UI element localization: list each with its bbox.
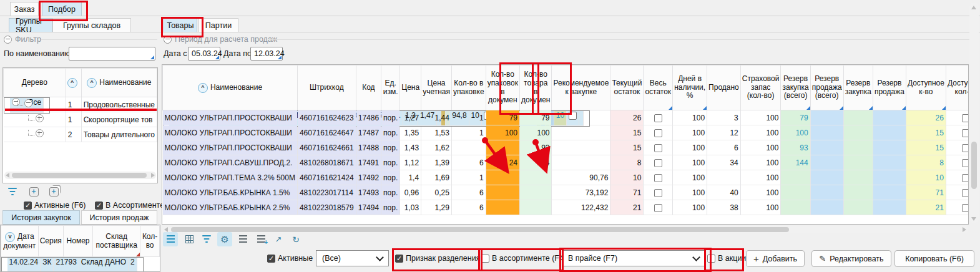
column-header[interactable]: Штрихкод [297,66,356,110]
table-row[interactable]: МОЛОКО УЛЬТРАП.ПРОСТОКВАШИ46071616246471… [163,125,969,140]
table-cell[interactable]: 100 [740,110,781,125]
table-cell[interactable]: 15 [906,140,946,155]
table-cell[interactable]: 1 [66,112,81,127]
row-checkbox[interactable] [962,159,969,167]
table-cell[interactable]: 100 [740,155,781,170]
column-header[interactable]: Рекомендуемое к закупке [552,66,610,110]
table-cell[interactable]: 4810223017114 [297,185,356,200]
export-button[interactable]: ↗ [271,232,286,246]
table-cell[interactable] [644,125,673,140]
table-cell[interactable] [552,140,610,155]
table-cell[interactable]: 21 [906,200,946,215]
row-checkbox[interactable] [962,204,969,212]
table-row[interactable]: МОЛОКО УЛЬТРАП.ПРОСТОКВАШИ46071616246231… [163,110,969,125]
expand-icon[interactable] [36,114,44,122]
table-cell[interactable]: 12 [707,125,741,140]
row-checkbox[interactable] [962,174,969,182]
table-cell[interactable]: 2 [129,258,137,272]
table-cell[interactable]: 3 [707,110,741,125]
column-header[interactable]: ^ [66,69,81,97]
column-header[interactable]: Резерв закупка [843,66,873,110]
table-cell[interactable]: 1,27 [400,110,421,125]
table-cell[interactable]: 1,69 [421,170,452,185]
column-header[interactable]: Продано [707,66,741,110]
table-cell[interactable]: 100 [673,200,707,215]
column-header[interactable]: Код [356,66,381,110]
collapse-icon[interactable] [4,36,12,44]
row-checkbox[interactable] [654,189,662,197]
table-row[interactable]: МОЛОКО УЛЬТРАП.САВУШ.ПРОД.2.481026801867… [163,155,969,170]
table-cell[interactable]: пор. [381,110,400,125]
table-cell[interactable] [873,140,906,155]
row-checkbox[interactable] [654,204,662,212]
edit-button[interactable]: ✎ Редактировать [811,250,891,267]
column-header[interactable]: Номер [63,226,92,257]
table-cell[interactable]: 100 [673,170,707,185]
table-cell[interactable]: 100 [781,125,810,140]
table-cell[interactable]: 1 [66,97,81,112]
table-cell[interactable] [486,140,519,155]
table-cell[interactable] [644,155,673,170]
purchase-history-table[interactable]: vДата документСерияНомерСклад поставщика… [0,225,160,272]
assortment-f4-checkbox-row[interactable]: В ассортименте (F4) [481,250,566,266]
table-cell[interactable]: 8 [610,155,644,170]
table-cell[interactable] [810,125,843,140]
table-row[interactable]: МОЛОКО УЛЬТР.БАБ.КРЫНКА 1.5%481022301711… [163,185,969,200]
table-cell[interactable]: 100 [740,140,781,155]
row-checkbox[interactable] [654,114,662,122]
table-cell[interactable]: 0,96 [400,185,421,200]
table-cell[interactable]: 71 [906,185,946,200]
table-cell[interactable]: 93 [781,140,810,155]
table-cell[interactable] [4,127,66,142]
table-cell[interactable] [810,185,843,200]
column-header[interactable]: Кол-во упаковок в докумен [486,66,519,110]
table-cell[interactable] [486,200,519,215]
table-cell[interactable]: 100 [673,185,707,200]
table-cell[interactable]: 14.02.24 [7,258,41,272]
table-cell[interactable] [4,112,66,127]
table-cell[interactable]: 4607161624623 [297,110,356,125]
table-cell[interactable]: 1,44 [421,110,452,125]
column-header[interactable]: Дерево [4,69,66,97]
table-cell[interactable]: 1,4 [400,170,421,185]
table-cell[interactable] [873,125,906,140]
table-row[interactable]: МОЛОКО УЛЬТР.БАБ.КРЫНКА 2.5%481022301857… [163,200,969,215]
table-cell[interactable]: 1 [451,170,486,185]
table-cell[interactable]: 1 [451,125,486,140]
table-cell[interactable] [873,185,906,200]
sku-tree-table[interactable]: Дерево^^НаименованиеВсе1Продовольственны… [2,67,158,183]
table-cell[interactable]: 100 [740,185,781,200]
column-header[interactable]: vДата документ [1,226,39,257]
separation-sign-checkbox-row[interactable]: Признак разделения [395,250,480,266]
table-cell[interactable] [552,125,610,140]
table-cell[interactable]: 17491 [356,155,381,170]
table-cell[interactable]: Склад ДАНО [79,258,129,272]
table-cell[interactable]: 100 [673,155,707,170]
table-cell[interactable] [781,185,810,200]
active-checkbox-row[interactable]: Активные [267,250,313,266]
table-cell[interactable]: 10 [906,170,946,185]
numbered-list-button[interactable] [235,232,250,246]
column-header[interactable]: Кол-во товара в докумен [520,66,552,110]
column-header[interactable]: Текущий остаток [610,66,644,110]
table-cell[interactable] [810,155,843,170]
column-header[interactable]: Доступное к-во [906,66,946,110]
table-cell[interactable]: 6 [451,200,486,215]
tab-goods[interactable]: Товары [164,18,197,32]
scroll-right-icon[interactable] [151,173,155,178]
table-cell[interactable]: МОЛОКО УЛЬТРАП.ПРОСТОКВАШИ [163,125,298,140]
list-view-button[interactable] [163,232,178,246]
table-cell[interactable]: МОЛОКО УЛЬТРАП.САВУШ.ПРОД.2. [163,155,298,170]
table-cell[interactable] [4,97,66,112]
table-cell[interactable]: 38 [707,200,741,215]
column-header[interactable]: Доступное кол-во [946,66,969,110]
table-cell[interactable]: 1,62 [421,140,452,155]
table-cell[interactable]: 6 [451,185,486,200]
table-cell[interactable]: 93 [520,140,552,155]
table-cell[interactable]: 71 [610,185,644,200]
table-cell[interactable]: 1,39 [421,155,452,170]
tab-purchase-history[interactable]: История закупок [2,210,80,225]
table-cell[interactable]: МОЛОКО УЛЬТРАП.ТЕМА 3.2% 500М [163,170,298,185]
table-cell[interactable] [873,155,906,170]
promo-checkbox-row[interactable]: В акции [707,250,746,266]
